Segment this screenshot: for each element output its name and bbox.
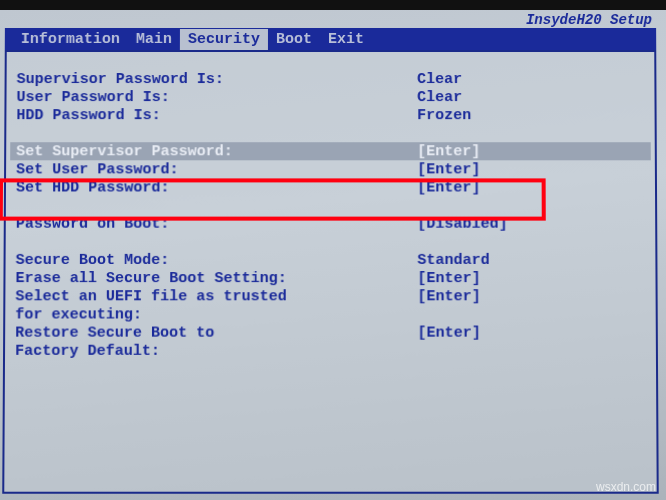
row-erase-secure-boot[interactable]: Erase all Secure Boot Setting: [Enter] [15, 269, 645, 287]
tab-exit[interactable]: Exit [320, 28, 372, 49]
tab-boot[interactable]: Boot [268, 28, 320, 49]
label: Supervisor Password Is: [17, 72, 418, 87]
value: [Disabled] [417, 216, 507, 231]
row-secure-boot-mode[interactable]: Secure Boot Mode: Standard [16, 251, 646, 269]
value: [Enter] [417, 325, 480, 340]
row-supervisor-status: Supervisor Password Is: Clear [17, 70, 645, 88]
label: Set User Password: [16, 162, 417, 177]
tab-information[interactable]: Information [13, 28, 128, 49]
row-set-hdd-password[interactable]: Set HDD Password: [Enter] [16, 178, 645, 196]
bios-screen: InsydeH20 Setup Information Main Securit… [0, 10, 666, 500]
bios-content-frame: Supervisor Password Is: Clear User Passw… [2, 50, 658, 494]
label: Select an UEFI file as trusted [15, 289, 417, 304]
tab-security[interactable]: Security [180, 28, 268, 49]
row-select-uefi-file[interactable]: Select an UEFI file as trusted [Enter] [15, 287, 645, 305]
label: Set Supervisor Password: [16, 144, 417, 159]
row-restore-secure-boot[interactable]: Restore Secure Boot to [Enter] [15, 324, 646, 342]
value: [Enter] [417, 180, 480, 195]
tab-main[interactable]: Main [128, 28, 180, 49]
value: Clear [417, 90, 462, 105]
label: Factory Default: [15, 343, 417, 358]
firmware-brand: InsydeH20 Setup [526, 12, 652, 28]
label: Erase all Secure Boot Setting: [15, 271, 417, 286]
value: Standard [417, 252, 489, 267]
row-set-supervisor-password[interactable]: Set Supervisor Password: [Enter] [10, 142, 651, 160]
label: for executing: [15, 307, 417, 322]
row-password-on-boot[interactable]: Password on Boot: [Disabled] [16, 215, 645, 233]
label: Secure Boot Mode: [16, 252, 418, 267]
value: Frozen [417, 108, 471, 123]
value: Clear [417, 72, 462, 87]
value: [Enter] [417, 162, 480, 177]
security-page: Supervisor Password Is: Clear User Passw… [5, 52, 656, 378]
value: [Enter] [417, 144, 480, 159]
row-hdd-status: HDD Password Is: Frozen [16, 106, 644, 124]
label: Password on Boot: [16, 216, 418, 231]
label: HDD Password Is: [16, 108, 417, 123]
value: [Enter] [417, 289, 480, 304]
watermark: wsxdn.com [596, 480, 656, 494]
label: User Password Is: [16, 90, 417, 105]
row-set-user-password[interactable]: Set User Password: [Enter] [16, 160, 645, 178]
row-restore-secure-boot-cont: Factory Default: [15, 342, 646, 360]
menu-tabs: Information Main Security Boot Exit [5, 28, 656, 50]
label: Restore Secure Boot to [15, 325, 417, 340]
value: [Enter] [417, 271, 480, 286]
label: Set HDD Password: [16, 180, 417, 195]
row-user-status: User Password Is: Clear [16, 88, 644, 106]
row-select-uefi-file-cont: for executing: [15, 305, 645, 323]
